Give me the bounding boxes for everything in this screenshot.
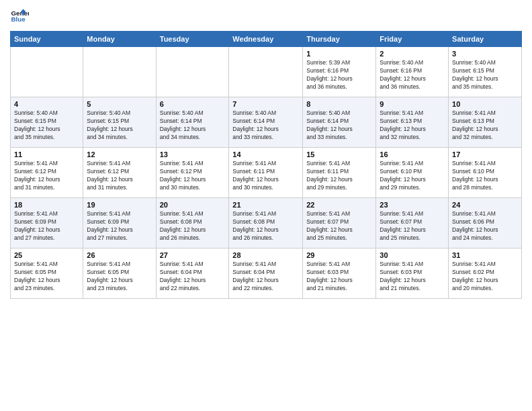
calendar-week-0: 1Sunrise: 5:39 AM Sunset: 6:16 PM Daylig… [11, 47, 522, 97]
calendar-cell: 11Sunrise: 5:41 AM Sunset: 6:12 PM Dayli… [11, 148, 83, 198]
day-number: 3 [452, 50, 518, 58]
day-number: 13 [160, 150, 226, 158]
calendar-cell: 28Sunrise: 5:41 AM Sunset: 6:04 PM Dayli… [229, 248, 303, 299]
day-number: 5 [87, 100, 152, 108]
day-number: 29 [306, 251, 372, 259]
day-info: Sunrise: 5:40 AM Sunset: 6:14 PM Dayligh… [160, 109, 226, 142]
day-number: 31 [452, 251, 518, 259]
day-number: 18 [14, 201, 79, 209]
calendar-body: 1Sunrise: 5:39 AM Sunset: 6:16 PM Daylig… [11, 47, 522, 299]
calendar-cell [11, 47, 83, 97]
day-number: 1 [306, 50, 372, 58]
calendar-cell: 10Sunrise: 5:41 AM Sunset: 6:13 PM Dayli… [449, 97, 522, 148]
day-info: Sunrise: 5:41 AM Sunset: 6:09 PM Dayligh… [87, 210, 152, 242]
day-info: Sunrise: 5:41 AM Sunset: 6:11 PM Dayligh… [306, 160, 372, 192]
calendar-cell: 14Sunrise: 5:41 AM Sunset: 6:11 PM Dayli… [229, 148, 303, 198]
day-info: Sunrise: 5:41 AM Sunset: 6:12 PM Dayligh… [14, 160, 79, 192]
calendar-cell: 15Sunrise: 5:41 AM Sunset: 6:11 PM Dayli… [303, 148, 376, 198]
logo-icon: General Blue [10, 7, 29, 26]
day-number: 9 [380, 100, 445, 108]
day-number: 15 [306, 150, 372, 158]
calendar-cell: 6Sunrise: 5:40 AM Sunset: 6:14 PM Daylig… [156, 97, 229, 148]
day-number: 21 [232, 201, 299, 209]
calendar-cell: 24Sunrise: 5:41 AM Sunset: 6:06 PM Dayli… [449, 198, 522, 248]
day-info: Sunrise: 5:41 AM Sunset: 6:05 PM Dayligh… [14, 261, 79, 293]
calendar-cell: 23Sunrise: 5:41 AM Sunset: 6:07 PM Dayli… [376, 198, 449, 248]
day-info: Sunrise: 5:40 AM Sunset: 6:15 PM Dayligh… [452, 59, 518, 91]
day-number: 8 [306, 100, 372, 108]
calendar-cell: 31Sunrise: 5:41 AM Sunset: 6:02 PM Dayli… [449, 248, 522, 299]
day-number: 16 [380, 150, 445, 158]
day-info: Sunrise: 5:41 AM Sunset: 6:04 PM Dayligh… [160, 261, 226, 293]
svg-text:Blue: Blue [11, 15, 26, 23]
calendar-cell [229, 47, 303, 97]
day-info: Sunrise: 5:41 AM Sunset: 6:13 PM Dayligh… [452, 109, 518, 142]
calendar-cell: 5Sunrise: 5:40 AM Sunset: 6:15 PM Daylig… [83, 97, 156, 148]
calendar-cell: 4Sunrise: 5:40 AM Sunset: 6:15 PM Daylig… [11, 97, 83, 148]
calendar-cell: 22Sunrise: 5:41 AM Sunset: 6:07 PM Dayli… [303, 198, 376, 248]
day-number: 22 [306, 201, 372, 209]
weekday-header-wednesday: Wednesday [229, 32, 303, 47]
day-info: Sunrise: 5:41 AM Sunset: 6:12 PM Dayligh… [160, 160, 226, 192]
calendar-cell: 18Sunrise: 5:41 AM Sunset: 6:09 PM Dayli… [11, 198, 83, 248]
calendar-week-4: 25Sunrise: 5:41 AM Sunset: 6:05 PM Dayli… [11, 248, 522, 299]
day-info: Sunrise: 5:40 AM Sunset: 6:15 PM Dayligh… [87, 109, 152, 142]
calendar-cell: 26Sunrise: 5:41 AM Sunset: 6:05 PM Dayli… [83, 248, 156, 299]
day-info: Sunrise: 5:41 AM Sunset: 6:03 PM Dayligh… [380, 261, 445, 293]
calendar-cell: 16Sunrise: 5:41 AM Sunset: 6:10 PM Dayli… [376, 148, 449, 198]
day-number: 10 [452, 100, 518, 108]
day-info: Sunrise: 5:41 AM Sunset: 6:08 PM Dayligh… [160, 210, 226, 242]
day-number: 28 [232, 251, 299, 259]
calendar-cell: 1Sunrise: 5:39 AM Sunset: 6:16 PM Daylig… [303, 47, 376, 97]
calendar-cell: 9Sunrise: 5:41 AM Sunset: 6:13 PM Daylig… [376, 97, 449, 148]
day-info: Sunrise: 5:41 AM Sunset: 6:04 PM Dayligh… [232, 261, 299, 293]
calendar-cell: 25Sunrise: 5:41 AM Sunset: 6:05 PM Dayli… [11, 248, 83, 299]
calendar-cell: 12Sunrise: 5:41 AM Sunset: 6:12 PM Dayli… [83, 148, 156, 198]
calendar-week-2: 11Sunrise: 5:41 AM Sunset: 6:12 PM Dayli… [11, 148, 522, 198]
calendar-cell: 3Sunrise: 5:40 AM Sunset: 6:15 PM Daylig… [449, 47, 522, 97]
day-info: Sunrise: 5:41 AM Sunset: 6:05 PM Dayligh… [87, 261, 152, 293]
day-number: 30 [380, 251, 445, 259]
calendar-cell: 8Sunrise: 5:40 AM Sunset: 6:14 PM Daylig… [303, 97, 376, 148]
day-info: Sunrise: 5:41 AM Sunset: 6:11 PM Dayligh… [232, 160, 299, 192]
day-number: 24 [452, 201, 518, 209]
calendar-cell: 29Sunrise: 5:41 AM Sunset: 6:03 PM Dayli… [303, 248, 376, 299]
calendar-header: SundayMondayTuesdayWednesdayThursdayFrid… [11, 32, 522, 47]
calendar-table: SundayMondayTuesdayWednesdayThursdayFrid… [10, 31, 522, 299]
calendar-cell: 30Sunrise: 5:41 AM Sunset: 6:03 PM Dayli… [376, 248, 449, 299]
day-info: Sunrise: 5:40 AM Sunset: 6:14 PM Dayligh… [306, 109, 372, 142]
calendar-cell: 20Sunrise: 5:41 AM Sunset: 6:08 PM Dayli… [156, 198, 229, 248]
weekday-header-thursday: Thursday [303, 32, 376, 47]
weekday-header-friday: Friday [376, 32, 449, 47]
calendar-cell: 13Sunrise: 5:41 AM Sunset: 6:12 PM Dayli… [156, 148, 229, 198]
day-info: Sunrise: 5:41 AM Sunset: 6:10 PM Dayligh… [452, 160, 518, 192]
day-number: 20 [160, 201, 226, 209]
calendar-week-1: 4Sunrise: 5:40 AM Sunset: 6:15 PM Daylig… [11, 97, 522, 148]
day-number: 26 [87, 251, 152, 259]
day-number: 2 [380, 50, 445, 58]
day-number: 27 [160, 251, 226, 259]
day-number: 23 [380, 201, 445, 209]
day-info: Sunrise: 5:41 AM Sunset: 6:07 PM Dayligh… [380, 210, 445, 242]
weekday-header-row: SundayMondayTuesdayWednesdayThursdayFrid… [11, 32, 522, 47]
page: General Blue SundayMondayTuesdayWednesda… [0, 0, 532, 411]
day-number: 17 [452, 150, 518, 158]
day-info: Sunrise: 5:41 AM Sunset: 6:09 PM Dayligh… [14, 210, 79, 242]
calendar-cell [156, 47, 229, 97]
calendar-cell: 2Sunrise: 5:40 AM Sunset: 6:16 PM Daylig… [376, 47, 449, 97]
day-info: Sunrise: 5:40 AM Sunset: 6:15 PM Dayligh… [14, 109, 79, 142]
day-number: 19 [87, 201, 152, 209]
day-number: 14 [232, 150, 299, 158]
calendar-cell: 17Sunrise: 5:41 AM Sunset: 6:10 PM Dayli… [449, 148, 522, 198]
day-number: 12 [87, 150, 152, 158]
day-info: Sunrise: 5:41 AM Sunset: 6:06 PM Dayligh… [452, 210, 518, 242]
day-number: 6 [160, 100, 226, 108]
calendar-cell: 7Sunrise: 5:40 AM Sunset: 6:14 PM Daylig… [229, 97, 303, 148]
day-info: Sunrise: 5:41 AM Sunset: 6:10 PM Dayligh… [380, 160, 445, 192]
day-number: 4 [14, 100, 79, 108]
calendar-cell: 21Sunrise: 5:41 AM Sunset: 6:08 PM Dayli… [229, 198, 303, 248]
day-info: Sunrise: 5:41 AM Sunset: 6:07 PM Dayligh… [306, 210, 372, 242]
day-number: 25 [14, 251, 79, 259]
calendar-week-3: 18Sunrise: 5:41 AM Sunset: 6:09 PM Dayli… [11, 198, 522, 248]
day-info: Sunrise: 5:40 AM Sunset: 6:14 PM Dayligh… [232, 109, 299, 142]
